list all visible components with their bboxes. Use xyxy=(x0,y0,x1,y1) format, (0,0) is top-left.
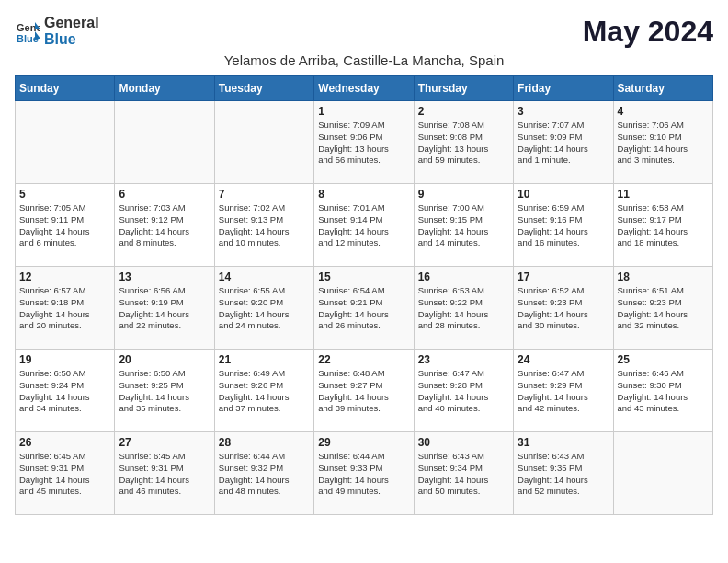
cell-text-line: and 30 minutes. xyxy=(518,320,609,332)
cell-text-line: Daylight: 14 hours xyxy=(318,309,409,321)
cell-text-line: and 34 minutes. xyxy=(19,403,110,415)
calendar-cell xyxy=(16,101,115,184)
cell-text-line: Sunset: 9:25 PM xyxy=(119,380,210,392)
week-row-1: 1Sunrise: 7:09 AMSunset: 9:06 PMDaylight… xyxy=(16,101,713,184)
cell-text-line: Daylight: 14 hours xyxy=(618,226,709,238)
cell-text-line: Sunset: 9:34 PM xyxy=(418,463,509,475)
cell-text-line: Daylight: 14 hours xyxy=(518,392,609,404)
cell-text-line: Sunset: 9:26 PM xyxy=(219,380,310,392)
cell-text-line: Sunset: 9:10 PM xyxy=(618,132,709,144)
cell-text-line: Sunset: 9:24 PM xyxy=(19,380,110,392)
cell-text-line: Sunrise: 6:43 AM xyxy=(418,451,509,463)
cell-text-line: and 18 minutes. xyxy=(618,237,709,249)
cell-text-line: and 39 minutes. xyxy=(318,403,409,415)
cell-text-line: Daylight: 13 hours xyxy=(318,144,409,155)
cell-text-line: Daylight: 14 hours xyxy=(318,475,409,487)
cell-text-line: and 1 minute. xyxy=(518,155,609,167)
day-number: 16 xyxy=(418,270,509,283)
cell-text-line: Daylight: 14 hours xyxy=(318,392,409,404)
week-row-5: 26Sunrise: 6:45 AMSunset: 9:31 PMDayligh… xyxy=(16,432,713,515)
cell-text-line: Daylight: 14 hours xyxy=(618,392,709,404)
cell-text-line: Sunset: 9:35 PM xyxy=(518,463,609,475)
calendar-cell: 4Sunrise: 7:06 AMSunset: 9:10 PMDaylight… xyxy=(613,101,712,184)
week-row-3: 12Sunrise: 6:57 AMSunset: 9:18 PMDayligh… xyxy=(16,267,713,350)
page-header: General Blue General Blue May 2024 xyxy=(15,15,713,49)
calendar-cell xyxy=(115,101,214,184)
cell-text-line: Sunset: 9:23 PM xyxy=(618,297,709,309)
cell-text-line: Sunset: 9:30 PM xyxy=(618,380,709,392)
cell-text-line: and 28 minutes. xyxy=(418,320,509,332)
cell-text-line: Daylight: 14 hours xyxy=(19,475,110,487)
calendar-table: SundayMondayTuesdayWednesdayThursdayFrid… xyxy=(15,75,713,515)
cell-text-line: Sunrise: 6:45 AM xyxy=(119,451,210,463)
cell-text-line: Sunset: 9:17 PM xyxy=(618,214,709,226)
cell-text-line: Daylight: 14 hours xyxy=(318,226,409,238)
cell-text-line: and 50 minutes. xyxy=(418,486,509,498)
day-number: 17 xyxy=(518,270,609,283)
cell-text-line: Sunrise: 7:09 AM xyxy=(318,120,409,132)
day-number: 11 xyxy=(618,188,709,201)
days-header-row: SundayMondayTuesdayWednesdayThursdayFrid… xyxy=(16,76,713,101)
cell-text-line: Sunrise: 6:50 AM xyxy=(19,368,110,380)
day-number: 6 xyxy=(119,188,210,201)
cell-text-line: Daylight: 14 hours xyxy=(418,226,509,238)
cell-text-line: Daylight: 14 hours xyxy=(19,392,110,404)
cell-text-line: and 8 minutes. xyxy=(119,237,210,249)
calendar-cell: 28Sunrise: 6:44 AMSunset: 9:32 PMDayligh… xyxy=(214,432,313,515)
day-number: 7 xyxy=(219,188,310,201)
cell-text-line: Sunset: 9:06 PM xyxy=(318,132,409,144)
cell-text-line: Sunrise: 6:45 AM xyxy=(19,451,110,463)
day-number: 20 xyxy=(119,353,210,366)
logo: General Blue General Blue xyxy=(15,15,99,48)
cell-text-line: and 6 minutes. xyxy=(19,237,110,249)
cell-text-line: Sunrise: 6:58 AM xyxy=(618,202,709,214)
day-number: 13 xyxy=(119,270,210,283)
calendar-cell: 2Sunrise: 7:08 AMSunset: 9:08 PMDaylight… xyxy=(414,101,513,184)
cell-text-line: Sunset: 9:31 PM xyxy=(119,463,210,475)
cell-text-line: Sunrise: 7:07 AM xyxy=(518,120,609,132)
day-header-friday: Friday xyxy=(514,76,613,101)
cell-text-line: and 49 minutes. xyxy=(318,486,409,498)
calendar-cell: 12Sunrise: 6:57 AMSunset: 9:18 PMDayligh… xyxy=(16,267,115,350)
day-header-tuesday: Tuesday xyxy=(214,76,313,101)
cell-text-line: and 10 minutes. xyxy=(219,237,310,249)
cell-text-line: Sunset: 9:14 PM xyxy=(318,214,409,226)
cell-text-line: Daylight: 14 hours xyxy=(518,226,609,238)
cell-text-line: and 35 minutes. xyxy=(119,403,210,415)
cell-text-line: and 32 minutes. xyxy=(618,320,709,332)
cell-text-line: Daylight: 14 hours xyxy=(119,392,210,404)
day-number: 21 xyxy=(219,353,310,366)
cell-text-line: Sunrise: 7:08 AM xyxy=(418,120,509,132)
cell-text-line: Daylight: 14 hours xyxy=(418,309,509,321)
day-header-wednesday: Wednesday xyxy=(314,76,414,101)
cell-text-line: Sunset: 9:16 PM xyxy=(518,214,609,226)
calendar-cell: 3Sunrise: 7:07 AMSunset: 9:09 PMDaylight… xyxy=(514,101,613,184)
week-row-2: 5Sunrise: 7:05 AMSunset: 9:11 PMDaylight… xyxy=(16,184,713,267)
calendar-cell: 11Sunrise: 6:58 AMSunset: 9:17 PMDayligh… xyxy=(613,184,712,267)
cell-text-line: Daylight: 14 hours xyxy=(518,309,609,321)
day-number: 2 xyxy=(418,105,509,118)
cell-text-line: and 20 minutes. xyxy=(19,320,110,332)
logo-text: General Blue xyxy=(44,15,99,48)
cell-text-line: Sunset: 9:21 PM xyxy=(318,297,409,309)
calendar-cell: 21Sunrise: 6:49 AMSunset: 9:26 PMDayligh… xyxy=(214,350,313,432)
cell-text-line: and 46 minutes. xyxy=(119,486,210,498)
day-number: 10 xyxy=(518,188,609,201)
cell-text-line: Sunset: 9:33 PM xyxy=(318,463,409,475)
cell-text-line: and 45 minutes. xyxy=(19,486,110,498)
cell-text-line: and 12 minutes. xyxy=(318,237,409,249)
day-number: 29 xyxy=(318,436,409,449)
day-number: 24 xyxy=(518,353,609,366)
day-number: 25 xyxy=(618,353,709,366)
day-number: 27 xyxy=(119,436,210,449)
cell-text-line: Daylight: 13 hours xyxy=(418,144,509,155)
day-number: 3 xyxy=(518,105,609,118)
calendar-cell: 30Sunrise: 6:43 AMSunset: 9:34 PMDayligh… xyxy=(414,432,513,515)
cell-text-line: Sunset: 9:12 PM xyxy=(119,214,210,226)
cell-text-line: Sunrise: 6:55 AM xyxy=(219,285,310,297)
cell-text-line: Sunset: 9:13 PM xyxy=(219,214,310,226)
day-header-monday: Monday xyxy=(115,76,214,101)
calendar-cell: 5Sunrise: 7:05 AMSunset: 9:11 PMDaylight… xyxy=(16,184,115,267)
cell-text-line: and 22 minutes. xyxy=(119,320,210,332)
cell-text-line: Sunrise: 6:47 AM xyxy=(418,368,509,380)
